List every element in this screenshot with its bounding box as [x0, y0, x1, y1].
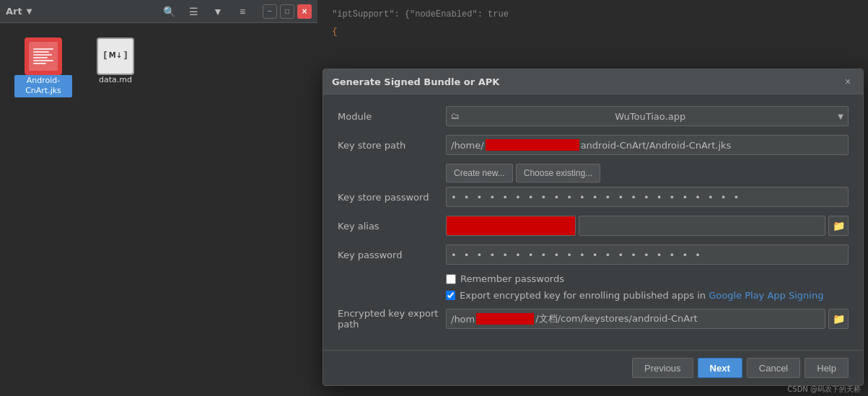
- dialog-body: Module 🗂 WuTouTiao.app ▼ Key store path …: [323, 94, 863, 350]
- fm-title: Art: [6, 6, 22, 17]
- keystore-path-value: /home/ android-CnArt/Android-CnArt.jks: [446, 135, 849, 155]
- keystore-path-redacted: [486, 139, 579, 151]
- key-password-row: Key password • • • • • • • • • • • • • •…: [338, 245, 849, 265]
- md-filename: data.md: [99, 75, 132, 85]
- encrypted-path-label: Encrypted key export path: [338, 308, 446, 330]
- encrypted-path-browse-button[interactable]: 📁: [828, 309, 849, 329]
- key-alias-label: Key alias: [338, 221, 446, 232]
- md-file-icon: [ M↓ ]: [97, 38, 134, 75]
- cancel-button[interactable]: Cancel: [747, 358, 800, 378]
- md-bracket-close: ]: [123, 50, 127, 61]
- keystore-password-control: • • • • • • • • • • • • • • • • • • • • …: [446, 187, 849, 207]
- next-button[interactable]: Next: [698, 358, 742, 378]
- keystore-path-prefix: /home/: [451, 140, 484, 151]
- dialog-close-button[interactable]: ×: [841, 75, 854, 88]
- keystore-path-control: /home/ android-CnArt/Android-CnArt.jks: [446, 135, 849, 155]
- key-alias-container: 📁: [446, 216, 849, 236]
- module-select-icon: 🗂: [451, 111, 460, 121]
- keystore-password-label: Key store password: [338, 192, 446, 203]
- dialog-titlebar: Generate Signed Bundle or APK ×: [323, 69, 863, 94]
- fm-title-arrow: ▼: [27, 7, 32, 15]
- encrypted-path-prefix: /hom: [451, 314, 475, 325]
- module-control-area: 🗂 WuTouTiao.app ▼: [446, 106, 849, 126]
- choose-existing-button[interactable]: Choose existing...: [516, 164, 600, 182]
- keystore-action-buttons: Create new... Choose existing...: [446, 164, 849, 182]
- keystore-password-row: Key store password • • • • • • • • • • •…: [338, 187, 849, 207]
- jks-line-3: [33, 54, 52, 56]
- keystore-path-label: Key store path: [338, 140, 446, 151]
- search-button[interactable]: 🔍: [159, 2, 179, 21]
- file-item-md[interactable]: [ M↓ ] data.md: [87, 38, 144, 97]
- key-password-dots[interactable]: • • • • • • • • • • • • • • • • • • • •: [446, 245, 849, 265]
- md-icon-header: [ M↓ ]: [103, 50, 127, 61]
- file-item-jks[interactable]: Android-CnArt.jks: [14, 38, 72, 97]
- module-row: Module 🗂 WuTouTiao.app ▼: [338, 106, 849, 126]
- remember-passwords-checkbox[interactable]: [446, 274, 456, 284]
- window-close-button[interactable]: ×: [297, 4, 312, 19]
- generate-signed-dialog: Generate Signed Bundle or APK × Module 🗂…: [323, 69, 864, 386]
- key-alias-row: Key alias 📁: [338, 216, 849, 236]
- jks-file-icon: [25, 38, 62, 75]
- file-list: Android-CnArt.jks [ M↓ ] data.md: [0, 23, 317, 396]
- md-bracket-open: [: [103, 50, 107, 61]
- encrypted-path-redacted: [476, 313, 534, 325]
- keystore-path-suffix: android-CnArt/Android-CnArt.jks: [581, 140, 732, 151]
- export-encrypted-checkbox[interactable]: [446, 291, 455, 300]
- window-maximize-button[interactable]: □: [280, 4, 294, 19]
- encrypted-path-suffix: /文档/com/keystores/android-CnArt: [535, 312, 697, 325]
- watermark: CSDN @码农下的天桥: [787, 384, 861, 395]
- previous-button[interactable]: Previous: [632, 358, 693, 378]
- window-minimize-button[interactable]: −: [263, 4, 277, 19]
- key-alias-input[interactable]: [446, 216, 576, 236]
- jks-line-1: [33, 48, 53, 50]
- file-manager-panel: Art ▼ 🔍 ☰ ▼ ≡ − □ ×: [0, 0, 317, 396]
- key-password-label: Key password: [338, 250, 446, 260]
- dialog-footer: Previous Next Cancel Help: [323, 350, 863, 385]
- jks-icon-lines: [30, 45, 56, 67]
- key-password-control: • • • • • • • • • • • • • • • • • • • •: [446, 245, 849, 265]
- code-line-2: {: [317, 23, 868, 40]
- google-play-link[interactable]: Google Play App Signing: [709, 290, 823, 301]
- export-encrypted-row: Export encrypted key for enrolling publi…: [446, 290, 849, 301]
- module-select[interactable]: 🗂 WuTouTiao.app ▼: [446, 106, 849, 126]
- fm-titlebar: Art ▼ 🔍 ☰ ▼ ≡ − □ ×: [0, 0, 317, 23]
- remember-passwords-label: Remember passwords: [460, 273, 564, 284]
- module-select-value: WuTouTiao.app: [615, 111, 685, 122]
- key-alias-control: 📁: [446, 216, 849, 236]
- remember-passwords-row: Remember passwords: [446, 273, 849, 284]
- encrypted-path-row: Encrypted key export path /hom /文档/com/k…: [338, 308, 849, 330]
- module-dropdown-arrow: ▼: [838, 113, 843, 120]
- jks-line-5: [33, 60, 53, 61]
- view-options-button[interactable]: ▼: [208, 2, 228, 21]
- more-options-button[interactable]: ≡: [232, 2, 253, 21]
- encrypted-path-container: /hom /文档/com/keystores/android-CnArt 📁: [446, 309, 849, 329]
- key-alias-browse-button[interactable]: 📁: [828, 216, 849, 236]
- jks-line-4: [33, 57, 48, 58]
- help-button[interactable]: Help: [805, 358, 849, 378]
- export-encrypted-text: Export encrypted key for enrolling publi…: [460, 290, 706, 301]
- export-encrypted-label: Export encrypted key for enrolling publi…: [460, 290, 823, 301]
- code-line-1: "iptSupport": {"nodeEnabled": true: [317, 0, 868, 23]
- key-alias-text-input[interactable]: [579, 216, 825, 236]
- jks-line-6: [33, 63, 46, 64]
- create-new-button[interactable]: Create new...: [446, 164, 513, 182]
- encrypted-path-value: /hom /文档/com/keystores/android-CnArt: [446, 309, 825, 329]
- module-label: Module: [338, 111, 446, 122]
- dialog-title: Generate Signed Bundle or APK: [332, 76, 499, 87]
- keystore-path-row: Key store path /home/ android-CnArt/Andr…: [338, 135, 849, 155]
- view-list-button[interactable]: ☰: [183, 2, 203, 21]
- md-icon-text: M↓: [109, 51, 122, 59]
- keystore-password-dots[interactable]: • • • • • • • • • • • • • • • • • • • • …: [446, 187, 849, 207]
- encrypted-path-control: /hom /文档/com/keystores/android-CnArt 📁: [446, 309, 849, 329]
- jks-filename: Android-CnArt.jks: [14, 75, 72, 97]
- jks-line-2: [33, 51, 49, 53]
